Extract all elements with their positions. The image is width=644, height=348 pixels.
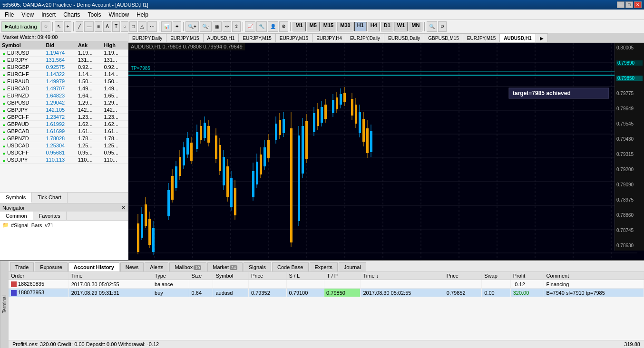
search-btn[interactable]: 🔍	[427, 21, 437, 32]
market-watch-row[interactable]: GBPJPY 142.105 142.... 142...	[0, 106, 128, 114]
indicator-btn[interactable]: 📈	[245, 21, 255, 32]
restore-button[interactable]: □	[625, 1, 633, 8]
autotrading-button[interactable]: ▶ AutoTrading	[1, 21, 40, 32]
market-watch-row[interactable]: USDJPY 110.113 110.... 110...	[0, 156, 128, 164]
market-watch-row[interactable]: GBPCHF 1.23472 1.23... 1.23...	[0, 114, 128, 121]
tab-market[interactable]: Market24	[207, 262, 243, 271]
chart-tab-4[interactable]: EURJPY,M15	[276, 33, 312, 43]
chart-tab-9[interactable]: EURJPY,M15	[463, 33, 500, 43]
nav-tab-common[interactable]: Common	[0, 212, 33, 220]
menu-view[interactable]: View	[18, 10, 38, 19]
tab-code-base[interactable]: Code Base	[272, 262, 308, 271]
tf-h4[interactable]: H4	[368, 22, 380, 31]
nav-close-icon[interactable]: ✕	[121, 204, 126, 211]
zoom-in[interactable]: 🔍+	[185, 21, 199, 32]
tab-journal[interactable]: Journal	[339, 262, 366, 271]
chart-tab-2[interactable]: AUDUSD,H1	[204, 33, 239, 43]
chart-btn2[interactable]: ⇕	[232, 21, 241, 32]
tab-mailbox[interactable]: Mailbox10	[169, 262, 206, 271]
th-size: Size	[189, 272, 213, 280]
minimize-button[interactable]: ─	[617, 1, 624, 8]
refresh-btn[interactable]: ↺	[438, 21, 447, 32]
tab-experts[interactable]: Experts	[310, 262, 338, 271]
chart-tab-5[interactable]: EURJPY,H4	[312, 33, 346, 43]
tab-trade[interactable]: Trade	[10, 262, 34, 271]
menu-help[interactable]: Help	[133, 10, 152, 19]
tab-symbols[interactable]: Symbols	[0, 193, 32, 203]
candle-tool[interactable]: 📊	[161, 21, 172, 32]
market-watch-row[interactable]: EURUSD 1.19474 1.19... 1.19...	[0, 49, 128, 57]
tf-m5[interactable]: M5	[307, 22, 320, 31]
zoom-out[interactable]: 🔍-	[200, 21, 212, 32]
tf-m15[interactable]: M15	[321, 22, 336, 31]
market-watch-row[interactable]: GBPAUD 1.61992 1.62... 1.62...	[0, 121, 128, 128]
terminal-label[interactable]: Terminal	[0, 261, 9, 348]
scale-btn[interactable]: ⇔	[223, 21, 231, 32]
market-watch-row[interactable]: USDCHF 0.95681 0.95... 0.95...	[0, 149, 128, 156]
tool-5[interactable]: ✦	[173, 21, 181, 32]
sl-cell	[286, 280, 324, 289]
menu-tools[interactable]: Tools	[84, 10, 105, 19]
chart-tab-0[interactable]: EURJPY,Daily	[128, 33, 166, 43]
profile-btn[interactable]: 👤	[268, 21, 278, 32]
settings-btn[interactable]: ⚙	[279, 21, 288, 32]
market-watch-tabs: Symbols Tick Chart	[0, 192, 128, 203]
hline-tool[interactable]: —	[84, 21, 94, 32]
rect-tool[interactable]: □	[129, 21, 137, 32]
profit-cell: -0.12	[510, 280, 544, 289]
menu-insert[interactable]: Insert	[38, 10, 59, 19]
symbol-cell: USDCAD	[0, 142, 44, 149]
bid-cell: 1.23472	[44, 114, 76, 121]
text2-tool[interactable]: T	[112, 21, 120, 32]
close-button[interactable]: ✕	[634, 1, 642, 8]
menu-file[interactable]: File	[1, 10, 18, 19]
chart-view[interactable]: ▦	[213, 21, 222, 32]
chart-tab-8[interactable]: GBPUSD,M15	[424, 33, 463, 43]
chart-tab-nav[interactable]: ▶	[536, 33, 548, 43]
market-watch-row[interactable]: GBPCAD 1.61699 1.61... 1.61...	[0, 128, 128, 135]
tf-mn[interactable]: MN	[409, 22, 422, 31]
market-watch-row[interactable]: GBPNZD 1.78028 1.78... 1.78...	[0, 135, 128, 142]
table-row[interactable]: 188073953 2017.08.29 09:31:31 buy 0.64 a…	[9, 289, 644, 297]
chart-tab-7[interactable]: EURUSD,Daily	[384, 33, 424, 43]
market-watch-row[interactable]: EURCAD 1.49707 1.49... 1.49...	[0, 85, 128, 92]
navigator-tabs: Common Favorites	[0, 212, 128, 221]
toolbar-star[interactable]: ☆	[41, 21, 50, 32]
tab-news[interactable]: News	[120, 262, 144, 271]
tf-m1[interactable]: M1	[293, 22, 305, 31]
text-tool[interactable]: A	[103, 21, 111, 32]
nav-tab-favorites[interactable]: Favorites	[33, 212, 67, 220]
tab-account-history[interactable]: Account History	[68, 262, 119, 271]
market-watch-row[interactable]: USDCAD 1.25304 1.25... 1.25...	[0, 142, 128, 149]
market-watch-row[interactable]: EURNZD 1.64823 1.64... 1.65...	[0, 92, 128, 99]
tab-tick-chart[interactable]: Tick Chart	[32, 193, 68, 203]
market-watch-row[interactable]: EURAUD 1.49979 1.50... 1.50...	[0, 78, 128, 85]
tab-signals[interactable]: Signals	[244, 262, 271, 271]
chart-tab-3[interactable]: EURJPY,M15	[239, 33, 275, 43]
fib-tool[interactable]: ≡	[95, 21, 102, 32]
nav-item-label[interactable]: #Signal_Bars_v71	[11, 222, 53, 228]
chart-tab-1[interactable]: EURJPY,M15	[166, 33, 203, 43]
tf-d1[interactable]: D1	[381, 22, 393, 31]
template-btn[interactable]: 🔧	[256, 21, 267, 32]
tf-w1[interactable]: W1	[394, 22, 408, 31]
market-watch-row[interactable]: EURCHF 1.14322 1.14... 1.14...	[0, 71, 128, 78]
market-watch-row[interactable]: EURJPY 131.564 131.... 131...	[0, 57, 128, 64]
ellipse-tool[interactable]: ○	[121, 21, 128, 32]
chart-canvas[interactable]: AUDUSD,H1 0.79808 0.79808 0.79594 0.7964…	[128, 43, 644, 260]
tf-m30[interactable]: M30	[337, 22, 353, 31]
triangle-tool[interactable]: △	[138, 21, 146, 32]
tool-more[interactable]: ⋯	[147, 21, 157, 32]
market-watch-row[interactable]: GBPUSD 1.29042 1.29... 1.29...	[0, 99, 128, 106]
tab-alerts[interactable]: Alerts	[145, 262, 168, 271]
crosshair-tool[interactable]: +	[64, 21, 72, 32]
tf-h1[interactable]: H1	[354, 22, 367, 31]
market-watch-row[interactable]: EURGBP 0.92575 0.92... 0.92...	[0, 64, 128, 71]
chart-tab-6[interactable]: EURJPY,Daily	[346, 33, 384, 43]
line-tool[interactable]: ╱	[76, 21, 83, 32]
arrow-tool[interactable]: ↖	[55, 21, 63, 32]
tab-exposure[interactable]: Exposure	[35, 262, 67, 271]
menu-window[interactable]: Window	[105, 10, 133, 19]
menu-charts[interactable]: Charts	[59, 10, 84, 19]
chart-tab-10[interactable]: AUDUSD,H1	[500, 33, 536, 43]
